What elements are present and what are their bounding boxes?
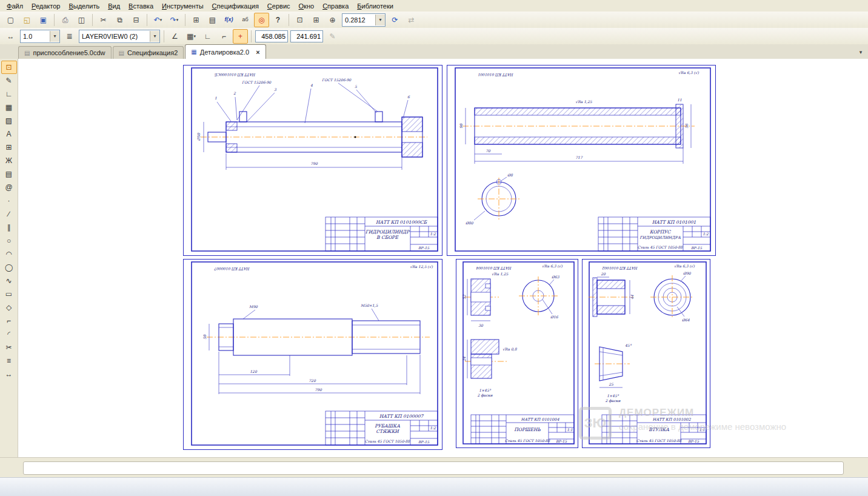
tool-trim[interactable]: ✂ bbox=[1, 341, 17, 354]
tab-specifikaciya[interactable]: ▤ Спецификация2 bbox=[113, 46, 184, 59]
current-state-toolbar: ↔ 1.0 ▾ ≣ LAYER0VIEW0 (2) ▾ ∠ ▦▾ ∟ ⌐ + ✎ bbox=[0, 28, 868, 45]
tool-template[interactable]: ▤ bbox=[1, 167, 17, 181]
tool-fillet[interactable]: ◜ bbox=[1, 327, 17, 341]
cut-button[interactable]: ✂ bbox=[96, 13, 111, 27]
open-button[interactable]: ◱ bbox=[19, 13, 35, 27]
svg-text:1:2: 1:2 bbox=[703, 232, 709, 236]
step-combo-arrow-icon[interactable]: ▾ bbox=[50, 31, 59, 42]
svg-text:√Ra 12,5 (√): √Ra 12,5 (√) bbox=[410, 264, 433, 269]
undo-icon: ↶ bbox=[154, 16, 160, 24]
menu-select[interactable]: Выделить bbox=[64, 1, 104, 11]
help-cursor-icon: ? bbox=[276, 16, 280, 24]
ortho-button[interactable]: ∟ bbox=[200, 29, 215, 44]
menu-libraries[interactable]: Библиотеки bbox=[353, 1, 398, 11]
svg-text:НАТТ КП 0101004: НАТТ КП 0101004 bbox=[521, 417, 559, 422]
svg-text:1: 1 bbox=[215, 96, 217, 100]
update-view-button[interactable]: ⇄ bbox=[404, 13, 419, 27]
print-preview-button[interactable]: ◫ bbox=[74, 13, 89, 27]
tool-line[interactable]: ∕ bbox=[1, 207, 17, 221]
cursor-step-button[interactable]: ↔ bbox=[3, 29, 18, 44]
spell-check-button[interactable]: аб bbox=[238, 13, 253, 27]
menu-specification[interactable]: Спецификация bbox=[208, 1, 263, 11]
tool-parallel-line[interactable]: ∥ bbox=[1, 221, 17, 234]
tool-pencil[interactable]: ✎ bbox=[1, 74, 17, 87]
tool-chamfer[interactable]: ⌐ bbox=[1, 314, 17, 327]
undo-button[interactable]: ↶▾ bbox=[150, 13, 165, 27]
svg-text:Ø90: Ø90 bbox=[683, 271, 692, 275]
copy-button[interactable]: ⧉ bbox=[112, 13, 127, 27]
layer-combo-arrow-icon[interactable]: ▾ bbox=[150, 31, 159, 42]
tool-symbol[interactable]: Ж bbox=[1, 154, 17, 167]
redo-dropdown-icon[interactable]: ▾ bbox=[176, 18, 179, 22]
svg-text:НАТТ КП 0101001: НАТТ КП 0101001 bbox=[652, 220, 696, 225]
menu-window[interactable]: Окно bbox=[295, 1, 319, 11]
tool-table[interactable]: ⊞ bbox=[1, 141, 17, 154]
svg-text:56: 56 bbox=[684, 123, 689, 129]
tab-prisposoblenie[interactable]: ▤ приспособление5.0cdw bbox=[18, 46, 112, 59]
tool-link[interactable]: @ bbox=[1, 181, 17, 194]
grid-dropdown-icon[interactable]: ▾ bbox=[193, 34, 196, 38]
tool-ellipse[interactable]: ◯ bbox=[1, 261, 17, 274]
document-icon: ▤ bbox=[24, 50, 30, 56]
menu-tools[interactable]: Инструменты bbox=[158, 1, 208, 11]
menu-file[interactable]: Файл bbox=[2, 1, 27, 11]
rebuild-button[interactable]: ⟳ bbox=[387, 13, 402, 27]
tool-arc[interactable]: ◠ bbox=[1, 247, 17, 261]
tool-hatch[interactable]: ▨ bbox=[1, 114, 17, 127]
snap-settings-button[interactable]: ◎ bbox=[254, 13, 269, 27]
layers-button[interactable]: ≣ bbox=[62, 29, 77, 44]
context-help-button[interactable]: ? bbox=[270, 13, 285, 27]
snaps-toggle-button[interactable]: + bbox=[233, 29, 248, 44]
sheet-rubashka-drawing: НАТТ КП 0100007 √Ra 12,5 (√) М90 М50×1,5… bbox=[184, 260, 441, 448]
tool-rectangle[interactable]: ▭ bbox=[1, 287, 17, 301]
message-input[interactable] bbox=[23, 461, 844, 475]
tool-zoom-area[interactable]: ⊡ bbox=[1, 61, 17, 74]
zoom-combo-arrow-icon[interactable]: ▾ bbox=[375, 15, 385, 25]
tool-grid[interactable]: ▦ bbox=[1, 101, 17, 114]
menu-insert[interactable]: Вставка bbox=[124, 1, 158, 11]
library-manager-button[interactable]: ▤ bbox=[205, 13, 220, 27]
menu-view[interactable]: Вид bbox=[104, 1, 124, 11]
svg-text:ВР-15: ВР-15 bbox=[688, 439, 699, 443]
rounding-button[interactable]: ⌐ bbox=[216, 29, 232, 44]
tool-circle[interactable]: ○ bbox=[1, 234, 17, 247]
svg-text:1:1: 1:1 bbox=[567, 427, 573, 432]
tab-list-button[interactable]: ▾ bbox=[856, 47, 866, 57]
new-document-button[interactable]: ▢ bbox=[3, 13, 18, 27]
y-coordinate-input[interactable] bbox=[290, 30, 323, 42]
menu-help[interactable]: Справка bbox=[318, 1, 353, 11]
menu-editor[interactable]: Редактор bbox=[27, 1, 64, 11]
tool-point[interactable]: · bbox=[1, 194, 17, 207]
menu-service[interactable]: Сервис bbox=[263, 1, 295, 11]
print-button[interactable]: ⎙ bbox=[58, 13, 73, 27]
ortho-icon: ∟ bbox=[204, 33, 212, 40]
tool-axis[interactable]: ∟ bbox=[1, 87, 17, 101]
zoom-selection-button[interactable]: ⊡ bbox=[292, 13, 307, 27]
undo-dropdown-icon[interactable]: ▾ bbox=[160, 18, 162, 22]
tab-close-icon[interactable]: × bbox=[256, 49, 259, 56]
tool-dimension[interactable]: ↔ bbox=[1, 367, 17, 381]
tool-text[interactable]: A bbox=[1, 127, 17, 141]
drawing-canvas[interactable]: НАТТ КП 0101000СБ 1 2 3 4 5 6 ГОСТ 15206… bbox=[18, 59, 868, 458]
svg-text:30: 30 bbox=[478, 323, 484, 327]
edit-object-button[interactable]: ✎ bbox=[325, 29, 340, 44]
variables-button[interactable]: f(x) bbox=[221, 13, 236, 27]
redo-button[interactable]: ↷▾ bbox=[167, 13, 182, 27]
paste-button[interactable]: ⊟ bbox=[129, 13, 144, 27]
svg-text:НАТТ КП 0101002: НАТТ КП 0101002 bbox=[652, 417, 691, 422]
zoom-area-button[interactable]: ⊞ bbox=[309, 13, 324, 27]
tool-polygon[interactable]: ◇ bbox=[1, 301, 17, 314]
tool-spline[interactable]: ∿ bbox=[1, 274, 17, 287]
zoom-in-button[interactable]: ⊕ bbox=[325, 13, 340, 27]
save-button[interactable]: ▣ bbox=[36, 13, 51, 27]
view-layer-combo[interactable]: LAYER0VIEW0 (2) ▾ bbox=[79, 30, 160, 43]
zoom-combo[interactable]: 0.2812 ▾ bbox=[342, 13, 386, 27]
cursor-step-combo[interactable]: 1.0 ▾ bbox=[20, 30, 60, 43]
grid-button[interactable]: ▦▾ bbox=[184, 29, 199, 44]
tab-detalirovka[interactable]: ▦ Деталировка2.0 × bbox=[185, 44, 265, 59]
insert-view-button[interactable]: ⊞ bbox=[189, 13, 204, 27]
tool-measure[interactable]: ≡ bbox=[1, 354, 17, 367]
insert-view-icon: ⊞ bbox=[193, 16, 199, 24]
angle-snap-button[interactable]: ∠ bbox=[167, 29, 182, 44]
x-coordinate-input[interactable] bbox=[255, 30, 288, 42]
